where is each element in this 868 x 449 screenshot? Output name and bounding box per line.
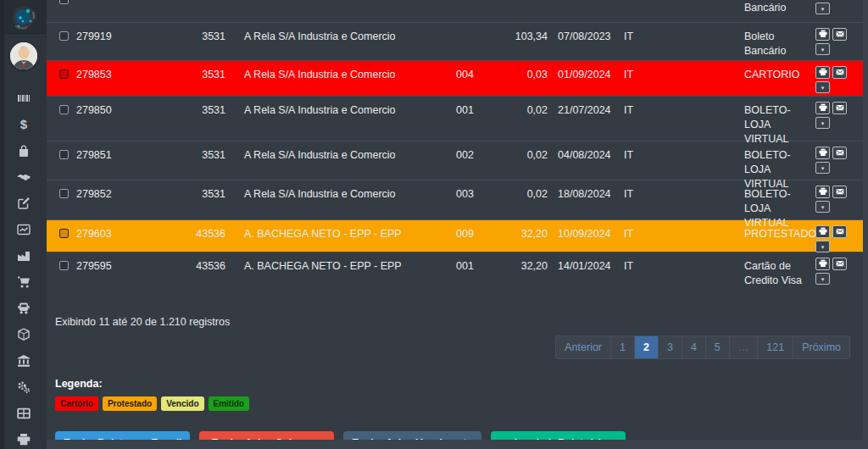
installment-cell: 004 <box>456 61 492 93</box>
table-row[interactable]: 2798533531A Rela S/A Industria e Comerci… <box>47 60 863 96</box>
sidebar-item-chart-line[interactable] <box>0 216 47 242</box>
table-row-partial[interactable]: Bancário▾ <box>47 0 863 22</box>
client-name-cell: A Rela S/A Industria e Comercio <box>225 61 456 93</box>
sidebar-item-edit[interactable] <box>0 190 47 216</box>
legend: CartórioProtestadoVencidoEmitido <box>47 390 863 411</box>
row-actions: ▾ <box>815 252 854 288</box>
user-avatar[interactable] <box>10 42 37 69</box>
sidebar-item-bank[interactable] <box>0 347 47 374</box>
value-cell: 32,20 <box>492 252 548 288</box>
sidebar-item-handshake[interactable] <box>0 164 47 190</box>
table-icon <box>17 407 31 420</box>
industry-icon <box>17 249 31 263</box>
row-actions: ▾ <box>815 0 854 15</box>
row-dropdown-button[interactable]: ▾ <box>815 273 830 285</box>
pagination-next[interactable]: Próximo <box>793 335 850 359</box>
row-checkbox[interactable] <box>59 229 69 238</box>
printer-icon <box>819 66 827 79</box>
edit-icon <box>17 197 31 210</box>
sidebar-item-gears[interactable] <box>0 374 47 400</box>
truck-front-icon <box>17 302 31 315</box>
print-row-button[interactable] <box>815 258 830 270</box>
sidebar-item-truck-front[interactable] <box>0 295 47 321</box>
row-dropdown-button[interactable]: ▾ <box>815 162 830 174</box>
client-code-cell: 43536 <box>154 252 225 288</box>
email-row-button[interactable] <box>832 28 847 41</box>
pagination-page-3[interactable]: 3 <box>658 335 682 359</box>
print-row-button[interactable] <box>815 186 830 198</box>
shopping-bag-icon <box>17 144 31 158</box>
app-logo-icon[interactable] <box>0 0 47 34</box>
row-checkbox[interactable] <box>59 0 69 4</box>
print-boletos-button[interactable]: Imprimir Boleto(s) <box>491 431 626 440</box>
sidebar: $ <box>0 0 47 449</box>
sidebar-item-printer[interactable] <box>0 426 47 449</box>
print-row-button[interactable] <box>815 147 830 159</box>
sidebar-item-table[interactable] <box>0 400 47 426</box>
row-dropdown-button[interactable]: ▾ <box>815 117 830 129</box>
row-checkbox[interactable] <box>59 31 69 41</box>
pagination-page-2[interactable]: 2 <box>634 335 659 359</box>
email-row-button[interactable] <box>832 147 847 159</box>
printer-icon <box>819 102 827 114</box>
sidebar-item-package[interactable] <box>0 321 47 347</box>
row-dropdown-button[interactable]: ▾ <box>815 241 830 252</box>
pagination-page-1[interactable]: 1 <box>610 335 635 359</box>
pagination-page-4[interactable]: 4 <box>682 335 706 359</box>
sidebar-item-shopping-cart[interactable] <box>0 269 47 295</box>
pagination-page-5[interactable]: 5 <box>705 335 730 359</box>
value-cell: 103,34 <box>492 23 548 58</box>
payment-type-cell: Cartão de Credito Visa <box>744 252 815 288</box>
payment-type-cell: Boleto Bancário <box>744 23 815 58</box>
table-row[interactable]: 2798523531A Rela S/A Industria e Comerci… <box>47 180 863 219</box>
print-row-button[interactable] <box>815 28 830 41</box>
pagination-prev[interactable]: Anterior <box>555 335 611 359</box>
row-dropdown-button[interactable]: ▾ <box>815 81 830 93</box>
pagination-ellipsis: … <box>729 335 759 359</box>
sidebar-item-barcode[interactable] <box>0 85 47 111</box>
table-row[interactable]: 27960343536A. BACHEGA NETO - EPP - EPP00… <box>47 219 863 252</box>
send-boleto-email-button[interactable]: Enviar Boleto por E-mail <box>55 431 190 440</box>
send-due-notice-button[interactable]: Enviar Aviso Vencimento <box>343 431 481 440</box>
email-row-button[interactable] <box>832 258 847 270</box>
print-row-button[interactable] <box>815 102 830 114</box>
row-dropdown-button[interactable]: ▾ <box>815 201 830 213</box>
send-collection-notice-button[interactable]: Enviar Aviso Cobrança <box>199 431 334 440</box>
due-date-cell: 21/07/2024 <box>548 97 624 147</box>
table-row[interactable]: 27959543536A. BACHEGA NETO - EPP - EPP00… <box>47 252 863 304</box>
boleto-id-cell: 279595 <box>76 252 154 288</box>
pagination-page-121[interactable]: 121 <box>757 335 793 359</box>
client-code-cell: 3531 <box>154 97 225 147</box>
print-row-button[interactable] <box>815 66 830 79</box>
email-row-button[interactable] <box>832 102 847 114</box>
sidebar-item-industry[interactable] <box>0 242 47 269</box>
sidebar-item-shopping-bag[interactable] <box>0 137 47 164</box>
main-content: Bancário▾2799193531A Rela S/A Industria … <box>47 0 863 440</box>
row-checkbox[interactable] <box>59 189 69 198</box>
installment-cell: 001 <box>456 97 492 147</box>
row-checkbox[interactable] <box>59 105 69 114</box>
row-checkbox[interactable] <box>59 150 69 159</box>
printer-icon <box>819 28 827 41</box>
row-checkbox[interactable] <box>59 261 69 270</box>
table-row[interactable]: 2798513531A Rela S/A Industria e Comerci… <box>47 141 863 180</box>
email-row-button[interactable] <box>832 66 847 79</box>
envelope-icon <box>836 147 844 159</box>
print-row-button[interactable] <box>815 225 830 238</box>
email-row-button[interactable] <box>832 186 847 198</box>
payment-type-cell: Bancário <box>744 0 815 15</box>
shopping-cart-icon <box>17 275 31 289</box>
barcode-icon <box>17 91 31 105</box>
sidebar-item-dollar[interactable]: $ <box>0 111 47 137</box>
row-dropdown-button[interactable]: ▾ <box>815 3 830 14</box>
row-dropdown-button[interactable]: ▾ <box>815 43 830 55</box>
svg-text:$: $ <box>19 118 27 131</box>
table-row[interactable]: 2799193531A Rela S/A Industria e Comerci… <box>47 22 863 60</box>
sidebar-icon-nav: $ <box>0 78 47 449</box>
row-checkbox[interactable] <box>59 69 69 79</box>
envelope-icon <box>836 28 844 41</box>
table-row[interactable]: 2798503531A Rela S/A Industria e Comerci… <box>47 96 863 141</box>
boleto-id-cell: 279603 <box>76 220 154 252</box>
installment-cell: 009 <box>456 220 492 252</box>
email-row-button[interactable] <box>832 225 847 238</box>
